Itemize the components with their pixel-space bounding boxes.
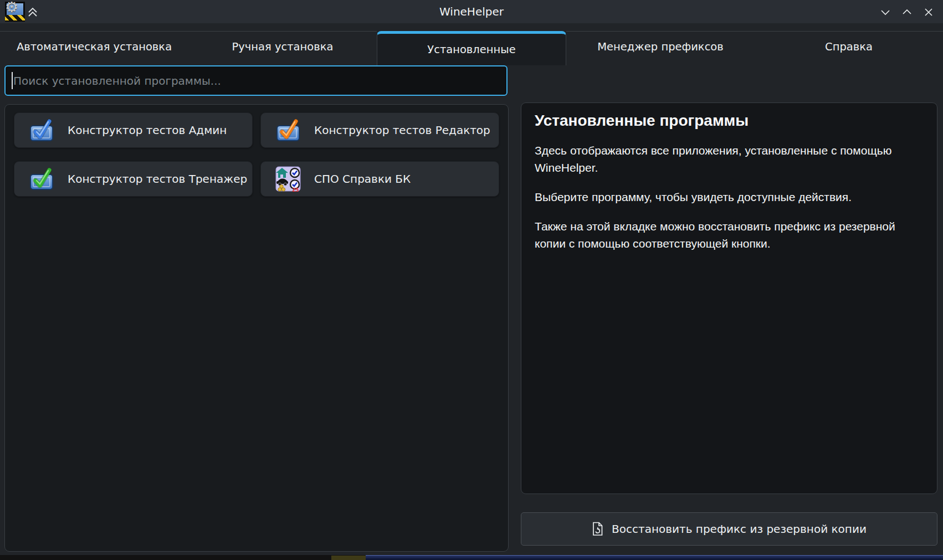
spo-spravki-bk-icon: 25 [275,166,301,192]
orange-check-board-icon [275,117,301,143]
chevron-down-icon [879,6,892,19]
close-button[interactable] [921,4,936,20]
program-name: Конструктор тестов Тренажер [68,172,247,186]
minimize-button[interactable] [878,4,893,20]
program-item-admin[interactable]: Конструктор тестов Админ [14,112,253,148]
desktop-strip-detail [331,556,366,560]
program-name: Конструктор тестов Админ [68,124,227,137]
tab-installed[interactable]: Установленные [377,31,566,65]
tab-prefix-manager[interactable]: Менеджер префиксов [566,31,755,62]
program-item-editor[interactable]: Конструктор тестов Редактор [260,112,499,148]
program-grid: Конструктор тестов Админ [14,112,499,197]
text-caret [12,72,13,89]
close-icon [922,6,935,19]
tabbar: Автоматическая установка Ручная установк… [0,31,943,62]
window-title: WineHelper [0,0,943,23]
blue-check-board-icon [29,117,54,143]
winehelper-window: ⚙ WineHelper [0,0,943,555]
info-paragraph: Здесь отображаются все приложения, устан… [535,142,924,176]
search-input[interactable] [4,65,508,96]
info-paragraph: Также на этой вкладке можно восстановить… [535,218,924,252]
chevron-up-icon [900,6,914,19]
program-item-spo-spravki[interactable]: 25 СПО Справки БК [260,161,499,197]
program-name: СПО Справки БК [314,172,411,186]
restore-prefix-label: Восстановить префикс из резервной копии [612,522,867,536]
screen: ⚙ WineHelper [0,0,943,560]
tab-auto-install[interactable]: Автоматическая установка [0,31,188,62]
svg-text:25: 25 [292,187,299,192]
maximize-button[interactable] [899,4,915,20]
titlebar: ⚙ WineHelper [0,0,943,23]
info-paragraph: Выберите программу, чтобы увидеть доступ… [535,188,924,205]
program-item-trainer[interactable]: Конструктор тестов Тренажер [14,161,253,197]
info-panel: Установленные программы Здесь отображают… [521,102,937,494]
tab-help[interactable]: Справка [755,31,943,62]
program-name: Конструктор тестов Редактор [314,124,490,137]
document-restore-icon [592,522,603,536]
info-panel-title: Установленные программы [535,112,924,130]
installed-programs-panel: Конструктор тестов Админ [4,104,509,552]
tab-manual-install[interactable]: Ручная установка [188,31,377,62]
green-check-board-icon [29,166,54,192]
desktop-strip-taskbar [366,555,943,560]
restore-prefix-button[interactable]: Восстановить префикс из резервной копии [521,512,937,546]
